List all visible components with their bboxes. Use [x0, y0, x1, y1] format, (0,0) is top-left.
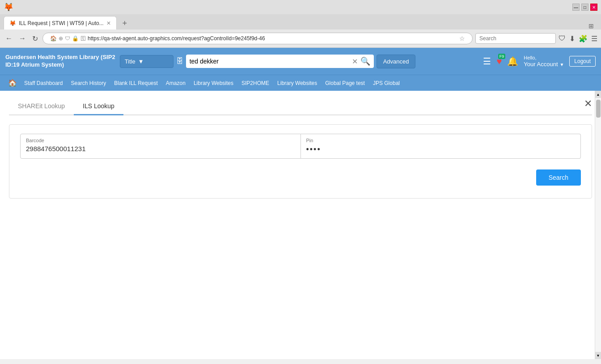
browser-search-input[interactable]: [475, 33, 556, 44]
search-input[interactable]: [190, 58, 349, 65]
search-action-row: Search: [20, 166, 581, 189]
nav-bar: 🏠 Staff Dashboard Search History Blank I…: [0, 75, 601, 91]
firefox-icon: 🦊: [4, 2, 13, 12]
forward-button[interactable]: →: [17, 34, 28, 43]
clear-search-button[interactable]: ✕: [352, 57, 358, 66]
nav-staff-dashboard[interactable]: Staff Dashboard: [21, 77, 67, 89]
barcode-label: Barcode: [26, 138, 295, 143]
shareit-lookup-tab[interactable]: SHAREit Lookup: [9, 98, 74, 115]
logout-button[interactable]: Logout: [569, 56, 596, 67]
f9-badge: F9: [498, 54, 506, 59]
menu-icon[interactable]: ☰: [591, 34, 597, 43]
account-link[interactable]: Your Account: [524, 61, 558, 68]
search-input-wrapper: ✕ 🔍: [186, 55, 374, 68]
nav-jps-global[interactable]: JPS Global: [369, 77, 403, 89]
scrollbar[interactable]: ▲ ▼: [595, 91, 601, 359]
scroll-thumb[interactable]: [596, 100, 601, 118]
maximize-button[interactable]: □: [581, 4, 588, 11]
pin-label: Pin: [306, 138, 576, 143]
shield-icon: 🛡: [65, 35, 70, 42]
new-tab-button[interactable]: +: [119, 17, 131, 30]
bell-icon[interactable]: 🔔: [507, 56, 518, 67]
nav-library-websites-2[interactable]: Library Websites: [274, 77, 321, 89]
search-section: Title ▼ 🗄 ✕ 🔍 Advanced: [120, 55, 479, 68]
nav-library-websites-1[interactable]: Library Websites: [190, 77, 237, 89]
database-icon: 🗄: [176, 57, 183, 65]
hello-text: Hello,: [524, 55, 564, 60]
nav-amazon[interactable]: Amazon: [162, 77, 189, 89]
page-content: ✕ SHAREit Lookup ILS Lookup Barcode 2988…: [0, 91, 601, 359]
list-icon[interactable]: ☰: [483, 56, 491, 67]
barcode-value: 2988476500011231: [26, 145, 295, 152]
download-icon[interactable]: ⬇: [569, 34, 575, 43]
close-button[interactable]: ✕: [590, 4, 597, 11]
tab-close-icon[interactable]: ✕: [106, 20, 111, 26]
scroll-up-button[interactable]: ▲: [595, 91, 601, 98]
dialog-tabs: SHAREit Lookup ILS Lookup: [9, 98, 592, 115]
nav-search-history[interactable]: Search History: [68, 77, 110, 89]
home-icon: 🏠: [50, 35, 57, 42]
browser-tab[interactable]: 🦊 ILL Request | STWI | WT59 | Auto... ✕: [4, 16, 117, 30]
header-right: ☰ ♥ F9 🔔 Hello, Your Account ▼ Logout: [483, 55, 596, 68]
ils-lookup-tab[interactable]: ILS Lookup: [74, 98, 123, 115]
extensions-icon[interactable]: 🛡: [559, 34, 566, 42]
nav-global-page-test[interactable]: Global Page test: [322, 77, 368, 89]
barcode-field: Barcode 2988476500011231: [20, 134, 301, 159]
account-chevron-icon: ▼: [559, 62, 564, 67]
extensions2-icon[interactable]: 🧩: [579, 34, 588, 43]
back-button[interactable]: ←: [4, 34, 14, 43]
url-text[interactable]: https://qa-stwi-agent.auto-graphics.com/…: [88, 35, 457, 42]
dialog-close-button[interactable]: ✕: [584, 98, 592, 110]
key-icon: ⚿: [80, 35, 86, 42]
ils-lookup-form: Barcode 2988476500011231 Pin •••• Search: [9, 124, 592, 199]
form-row: Barcode 2988476500011231 Pin ••••: [20, 134, 581, 159]
lock-icon: 🔒: [72, 35, 79, 42]
favorites-icon[interactable]: ♥ F9: [496, 56, 502, 67]
bookmark-icon: ⊕: [59, 35, 63, 42]
pin-field: Pin ••••: [301, 134, 581, 159]
advanced-button[interactable]: Advanced: [377, 55, 416, 68]
pin-value: ••••: [306, 145, 576, 155]
nav-sip2home[interactable]: SIP2HOME: [238, 77, 273, 89]
address-bar[interactable]: 🏠 ⊕ 🛡 🔒 ⚿ https://qa-stwi-agent.auto-gra…: [42, 33, 473, 44]
bookmark-star-icon[interactable]: ☆: [459, 35, 465, 42]
expand-icon[interactable]: ⊞: [588, 22, 594, 30]
app-title: Gundersen Health System Library (SIP2 ID…: [5, 54, 115, 69]
minimize-button[interactable]: —: [572, 4, 580, 11]
search-type-label: Title: [125, 58, 135, 65]
nav-blank-ill-request[interactable]: Blank ILL Request: [110, 77, 161, 89]
ils-search-button[interactable]: Search: [536, 169, 581, 186]
search-go-button[interactable]: 🔍: [360, 56, 370, 66]
scroll-down-button[interactable]: ▼: [595, 352, 601, 359]
account-section: Hello, Your Account ▼: [524, 55, 564, 68]
reload-button[interactable]: ↻: [30, 34, 40, 44]
search-type-dropdown[interactable]: Title ▼: [120, 55, 174, 68]
chevron-down-icon: ▼: [138, 58, 144, 65]
tab-title: ILL Request | STWI | WT59 | Auto...: [19, 20, 104, 26]
tab-favicon: 🦊: [9, 20, 16, 26]
home-nav-icon[interactable]: 🏠: [5, 77, 20, 89]
